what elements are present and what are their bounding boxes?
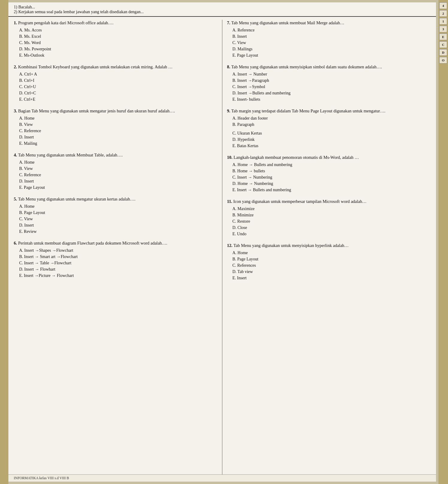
q11-text: 11. Icon yang digunakan untuk memperbesa… bbox=[227, 198, 433, 205]
q2-opt-a: A. Ctrl+ A bbox=[19, 71, 217, 77]
q4-opt-d: D. Insert bbox=[19, 178, 217, 184]
question-5: 5. Tab Menu yang digunakan untuk mengatu… bbox=[14, 196, 217, 235]
q12-number: 12. bbox=[227, 243, 233, 248]
q12-opt-a: A. Home bbox=[233, 250, 433, 256]
q7-opt-b: B. Insert bbox=[233, 33, 433, 40]
q12-opt-b: B. Page Layout bbox=[233, 256, 433, 262]
q1-opt-d: D. Ms. Powerpoint bbox=[19, 46, 217, 52]
q8-number: 8. bbox=[227, 64, 230, 69]
q9-options: A. Header dan footer B. Paragraph C. Uku… bbox=[233, 115, 433, 149]
q5-opt-b: B. Page Layout bbox=[19, 209, 217, 216]
q4-opt-a: A. Home bbox=[19, 159, 217, 165]
q10-opt-e: E. Insert → Bullets and numbering bbox=[233, 187, 433, 193]
q9-opt-c: C. Ukuran Kertas bbox=[233, 130, 433, 136]
question-11: 11. Icon yang digunakan untuk memperbesa… bbox=[227, 198, 433, 237]
q8-opt-e: E. Insert- bullets bbox=[233, 96, 433, 102]
q4-opt-b: B. View bbox=[19, 165, 217, 172]
q2-opt-e: E. Ctrl+E bbox=[19, 96, 217, 102]
strip-box-4: 3 bbox=[439, 26, 447, 32]
question-4: 4. Tab Menu yang digunakan untuk Membuat… bbox=[14, 152, 217, 191]
question-2: 2. Kombinasi Tombol Keyboard yang diguna… bbox=[14, 64, 217, 102]
q4-opt-c: C. Reference bbox=[19, 172, 217, 178]
q1-opt-a: A. Ms. Acces bbox=[19, 27, 217, 33]
q1-options: A. Ms. Acces B. Ms. Excel C. Ms. Word D.… bbox=[19, 27, 217, 58]
q6-opt-b: B. Insert → Smart art →Flowchart bbox=[19, 254, 217, 260]
q2-opt-b: B. Ctrl+I bbox=[19, 77, 217, 84]
q6-options: A. Insert →Shapes →Flowchart B. Insert →… bbox=[19, 247, 217, 279]
q1-opt-e: E. Ms-Outlook bbox=[19, 52, 217, 58]
header-line1-text: 1) Bacalah... bbox=[14, 5, 35, 10]
paper: 1) Bacalah... 2) Kerjakan semua soal pad… bbox=[8, 2, 436, 482]
strip-box-2: 2 bbox=[439, 10, 447, 17]
q11-opt-b: B. Minimize bbox=[233, 212, 433, 218]
strip-box-3: 1 bbox=[439, 18, 447, 25]
q3-opt-a: A. Home bbox=[19, 115, 217, 121]
q7-text: 7. Tab Menu yang digunakan untuk membuat… bbox=[227, 20, 433, 26]
q11-opt-a: A. Maximize bbox=[233, 206, 433, 212]
q4-number: 4. bbox=[14, 153, 17, 157]
q9-opt-b: B. Paragraph bbox=[233, 121, 433, 128]
q7-opt-d: D. Mailings bbox=[233, 46, 433, 52]
q7-number: 7. bbox=[227, 20, 230, 25]
question-1: 1. Program pengolah kata dari Microsoft … bbox=[14, 20, 217, 58]
q2-opt-d: D. Ctrl+C bbox=[19, 90, 217, 96]
q11-opt-d: D. Close bbox=[233, 224, 433, 231]
q9-opt-d: D. Hyperlink bbox=[233, 136, 433, 143]
q9-opt-spacer bbox=[233, 128, 433, 130]
q3-opt-d: D. Insert bbox=[19, 134, 217, 140]
q10-opt-b: B. Home → bullets bbox=[233, 168, 433, 174]
q6-number: 6. bbox=[14, 241, 17, 245]
page-container: 1) Bacalah... 2) Kerjakan semua soal pad… bbox=[0, 0, 448, 484]
strip-box-6: C bbox=[439, 41, 447, 48]
q2-number: 2. bbox=[14, 64, 17, 69]
q8-opt-c: C. Insert →Symbol bbox=[233, 84, 433, 90]
q12-options: A. Home B. Page Layout C. References D. … bbox=[233, 250, 433, 281]
q8-opt-a: A. Insert → Number bbox=[233, 71, 433, 77]
strip-box-5: E bbox=[439, 34, 447, 40]
questions-area: 1. Program pengolah kata dari Microsoft … bbox=[8, 17, 436, 474]
q4-opt-e: E. Page Layout bbox=[19, 184, 217, 191]
q2-opt-c: C. Ctrl+U bbox=[19, 84, 217, 90]
q6-opt-c: C. Insert → Table →Flowchart bbox=[19, 260, 217, 266]
q7-opt-c: C. View bbox=[233, 40, 433, 46]
q10-number: 10. bbox=[227, 155, 233, 160]
q3-opt-c: C. Reference bbox=[19, 128, 217, 134]
q12-text: 12. Tab Menu yang digunakan untuk menyis… bbox=[227, 242, 433, 249]
q4-text: 4. Tab Menu yang digunakan untuk Membuat… bbox=[14, 152, 217, 158]
q12-opt-d: D. Tab view bbox=[233, 269, 433, 275]
q2-options: A. Ctrl+ A B. Ctrl+I C. Ctrl+U D. Ctrl+C… bbox=[19, 71, 217, 102]
q7-options: A. Reference B. Insert C. View D. Mailin… bbox=[233, 27, 433, 58]
q9-opt-e: E. Batas Kertas bbox=[233, 143, 433, 149]
q8-opt-d: D. Insert →Bullets and numbering bbox=[233, 90, 433, 96]
q2-text: 2. Kombinasi Tombol Keyboard yang diguna… bbox=[14, 64, 217, 70]
right-column: 7. Tab Menu yang digunakan untuk membuat… bbox=[222, 20, 436, 474]
q9-opt-a: A. Header dan footer bbox=[233, 115, 433, 121]
question-6: 6. Perintah untuk membuat diagram Flawch… bbox=[14, 240, 217, 279]
q6-text: 6. Perintah untuk membuat diagram Flawch… bbox=[14, 240, 217, 246]
q10-opt-c: C. Insert → Numbering bbox=[233, 174, 433, 180]
header-line2: 2) Kerjakan semua soal pada lembar jawab… bbox=[14, 10, 431, 14]
question-9: 9. Tab margin yang terdapat didalam Tab … bbox=[227, 108, 433, 149]
q3-text: 3. Bagian Tab Menu yang digunakan untuk … bbox=[14, 108, 217, 114]
q6-opt-a: A. Insert →Shapes →Flowchart bbox=[19, 247, 217, 254]
q3-number: 3. bbox=[14, 108, 17, 113]
q9-text: 9. Tab margin yang terdapat didalam Tab … bbox=[227, 108, 433, 114]
q8-text: 8. Tab Menu yang digunakan untuk menyisi… bbox=[227, 64, 433, 70]
q5-opt-e: E. Review bbox=[19, 228, 217, 235]
left-column: 1. Program pengolah kata dari Microsoft … bbox=[8, 20, 222, 474]
q11-opt-c: C. Restore bbox=[233, 218, 433, 224]
q3-options: A. Home B. View C. Reference D. Insert E… bbox=[19, 115, 217, 147]
q3-opt-b: B. View bbox=[19, 121, 217, 128]
q10-options: A. Home → Bullets and numbering B. Home … bbox=[233, 162, 433, 193]
question-12: 12. Tab Menu yang digunakan untuk menyis… bbox=[227, 242, 433, 281]
q6-opt-e: E. Insert →Picture → Flowchart bbox=[19, 272, 217, 279]
top-instruction: 1) Bacalah... 2) Kerjakan semua soal pad… bbox=[8, 2, 436, 17]
q1-number: 1. bbox=[14, 20, 17, 25]
q11-options: A. Maximize B. Minimize C. Restore D. Cl… bbox=[233, 206, 433, 237]
q6-opt-d: D. Insert → Flowhart bbox=[19, 266, 217, 272]
q9-number: 9. bbox=[227, 108, 230, 113]
q8-opt-b: B. Insert →Paragraph bbox=[233, 77, 433, 84]
header-line1: 1) Bacalah... bbox=[14, 5, 431, 10]
q5-number: 5. bbox=[14, 197, 17, 201]
q7-opt-e: E. Page Layout bbox=[233, 52, 433, 58]
